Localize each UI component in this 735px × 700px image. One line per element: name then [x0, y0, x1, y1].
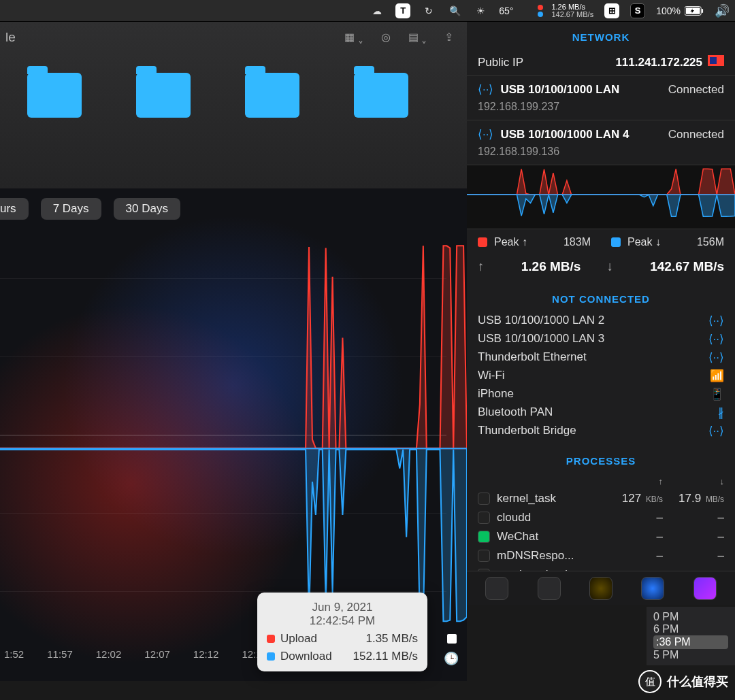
- folder-item[interactable]: [27, 73, 82, 118]
- not-connected-list: USB 10/100/1000 LAN 2⟨··⟩USB 10/100/1000…: [467, 312, 735, 446]
- interface-row[interactable]: ⟨··⟩USB 10/100/1000 LANConnected192.168.…: [467, 75, 735, 120]
- view-grid-icon[interactable]: ▦ ˬ: [344, 31, 363, 44]
- range-tabs: urs 7 Days 30 Days: [0, 198, 180, 220]
- panel-dock: [467, 571, 735, 605]
- folder-item[interactable]: [136, 73, 191, 118]
- chart-tooltip: Jun 9, 2021 12:42:54 PM Upload 1.35 MB/s…: [257, 593, 427, 671]
- nc-name: Bluetooth PAN: [478, 405, 553, 420]
- svg-rect-2: [702, 9, 703, 13]
- peak-up-value: 183M: [564, 236, 591, 248]
- ethernet-icon: ⟨··⟩: [478, 82, 493, 97]
- process-icon: [478, 493, 490, 505]
- airdrop-icon[interactable]: ◎: [381, 31, 391, 44]
- tooltip-download-label: Download: [280, 650, 332, 663]
- app-s-icon[interactable]: S: [630, 3, 645, 18]
- nc-item[interactable]: iPhone📱: [478, 385, 724, 403]
- process-row[interactable]: kernel_task127 KB/s17.9 MB/s: [467, 489, 735, 508]
- nc-item[interactable]: USB 10/100/1000 LAN 3⟨··⟩: [478, 330, 724, 348]
- tooltip-download-value: 152.11 MB/s: [353, 650, 418, 663]
- nc-name: Thunderbolt Bridge: [478, 424, 576, 438]
- interface-row[interactable]: ⟨··⟩USB 10/100/1000 LAN 4Connected192.16…: [467, 120, 735, 165]
- nc-type-icon: 📶: [710, 369, 724, 383]
- nc-name: Thunderbolt Ethernet: [478, 350, 587, 365]
- interface-status: Connected: [668, 128, 724, 141]
- process-row[interactable]: mDNSRespo...––: [467, 546, 735, 565]
- weather-icon[interactable]: ☀: [473, 3, 488, 18]
- section-notconnected-title: NOT CONNECTED: [467, 284, 735, 312]
- nc-name: USB 10/100/1000 LAN 2: [478, 314, 604, 328]
- process-name: kernel_task: [497, 492, 602, 505]
- peak-row: Peak ↑ 183M Peak ↓ 156M: [467, 229, 735, 255]
- nc-item[interactable]: Wi-Fi📶: [478, 367, 724, 385]
- time-item: 6 PM: [653, 623, 728, 635]
- volume-icon[interactable]: 🔊: [715, 3, 730, 18]
- rate-down-value: 142.67 MB/s: [650, 259, 724, 274]
- public-ip-label: Public IP: [478, 56, 523, 69]
- public-ip-row[interactable]: Public IP 111.241.172.225: [467, 50, 735, 75]
- tab-hours[interactable]: urs: [0, 198, 29, 220]
- scrubber-handle[interactable]: [447, 634, 457, 644]
- process-name: mDNSRespo...: [497, 549, 602, 563]
- process-up: –: [602, 549, 663, 563]
- net-dots-icon[interactable]: [538, 5, 543, 17]
- process-up: –: [602, 511, 663, 524]
- time-item: 5 PM: [653, 649, 728, 661]
- dock-speedtest-icon[interactable]: [693, 577, 717, 600]
- time-item: 0 PM: [653, 611, 728, 623]
- flag-icon: [708, 55, 724, 66]
- process-row[interactable]: WeChat––: [467, 527, 735, 546]
- tooltip-upload-value: 1.35 MB/s: [365, 632, 418, 646]
- peak-down-swatch-icon: [611, 237, 621, 247]
- interface-ip: 192.168.199.136: [478, 146, 724, 158]
- peak-down-value: 156M: [697, 236, 724, 248]
- peak-down-label: Peak ↓: [627, 236, 661, 248]
- app-t-icon[interactable]: T: [395, 3, 410, 18]
- dock-radar-icon[interactable]: [589, 577, 612, 600]
- finder-toolbar: le ▦ ˬ ◎ ▤ ˬ ⇪: [0, 22, 467, 52]
- dock-terminal-icon[interactable]: [538, 577, 561, 600]
- menubar-net-speeds[interactable]: 1.26 MB/s 142.67 MB/s: [551, 3, 593, 18]
- timemachine-icon[interactable]: ↻: [421, 3, 436, 18]
- group-icon[interactable]: ▤ ˬ: [408, 31, 427, 44]
- temperature-value[interactable]: 65°: [499, 5, 513, 16]
- process-name: cloudd: [497, 511, 602, 524]
- share-icon[interactable]: ⇪: [444, 31, 453, 44]
- up-arrow-icon: ↑: [478, 259, 485, 274]
- folder-row: [0, 52, 467, 138]
- nc-item[interactable]: USB 10/100/1000 LAN 2⟨··⟩: [478, 312, 724, 330]
- rate-row: ↑ 1.26 MB/s ↓ 142.67 MB/s: [467, 255, 735, 284]
- nc-name: iPhone: [478, 387, 514, 401]
- nc-item[interactable]: Thunderbolt Bridge⟨··⟩: [478, 422, 724, 440]
- nc-item[interactable]: Thunderbolt Ethernet⟨··⟩: [478, 348, 724, 367]
- menubar: ☁ T ↻ 🔍 ☀ 65° 1.26 MB/s 142.67 MB/s ⊞ S …: [0, 0, 735, 22]
- dock-activity-icon[interactable]: [485, 577, 508, 600]
- nc-name: USB 10/100/1000 LAN 3: [478, 332, 604, 346]
- nc-type-icon: ⟨··⟩: [708, 332, 724, 346]
- wechat-icon[interactable]: ☁: [370, 3, 385, 18]
- watermark-text: 什么值得买: [667, 673, 728, 690]
- battery-icon: [685, 6, 704, 16]
- tab-30days[interactable]: 30 Days: [114, 198, 180, 220]
- folder-item[interactable]: [245, 73, 299, 118]
- interface-name: USB 10/100/1000 LAN: [500, 83, 619, 97]
- search-icon[interactable]: 🔍: [447, 3, 462, 18]
- peak-up-label: Peak ↑: [494, 236, 527, 248]
- tab-7days[interactable]: 7 Days: [41, 198, 101, 220]
- process-row[interactable]: cloudd––: [467, 508, 735, 527]
- folder-item[interactable]: [354, 73, 408, 118]
- chart-grid: [0, 229, 467, 640]
- section-network-title: NETWORK: [467, 22, 735, 50]
- battery-status[interactable]: 100%: [656, 5, 704, 16]
- nc-type-icon: ∦: [718, 405, 724, 420]
- app-grid-icon[interactable]: ⊞: [604, 3, 619, 18]
- x-tick: 12:07: [144, 648, 170, 669]
- nc-type-icon: 📱: [710, 387, 724, 401]
- process-icon: [478, 550, 490, 562]
- timestamps-peek: 0 PM6 PM:36 PM5 PM: [647, 607, 735, 665]
- dock-network-icon[interactable]: [641, 577, 664, 600]
- nc-type-icon: ⟨··⟩: [708, 424, 724, 438]
- nc-item[interactable]: Bluetooth PAN∦: [478, 403, 724, 422]
- network-chart-panel: urs 7 Days 30 Days 🕒 1:5211:5712:0212:07…: [0, 188, 467, 681]
- nc-type-icon: ⟨··⟩: [708, 314, 724, 328]
- public-ip-value: 111.241.172.225: [615, 56, 702, 69]
